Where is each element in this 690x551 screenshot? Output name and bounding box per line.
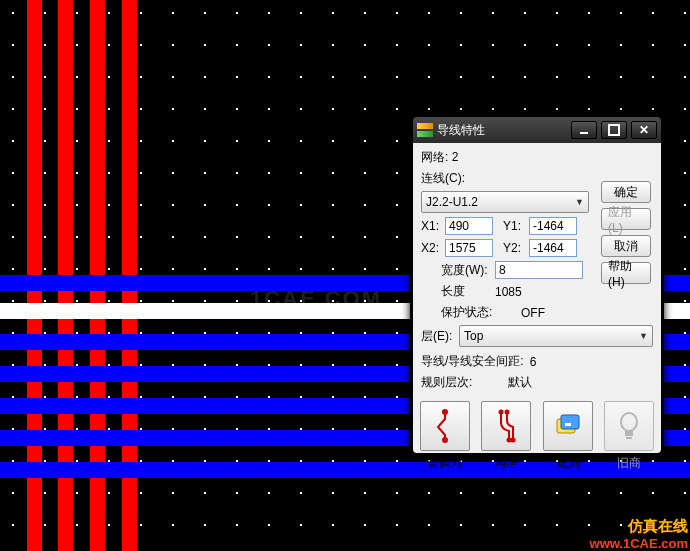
pin-pair-button[interactable] <box>420 401 470 451</box>
watermark-badge-top: 仿真在线 <box>590 517 688 536</box>
net-button[interactable] <box>481 401 531 451</box>
width-input[interactable]: 8 <box>495 261 583 279</box>
layer-value: Top <box>464 329 483 343</box>
show-label: 旧商 <box>617 455 641 472</box>
x2-input[interactable]: 1575 <box>445 239 493 257</box>
pin-pair-icon <box>428 409 462 443</box>
y2-input[interactable]: -1464 <box>529 239 577 257</box>
layer-label: 层(E): <box>421 328 455 345</box>
svg-rect-11 <box>626 437 632 439</box>
lightbulb-icon <box>612 409 646 443</box>
minimize-button[interactable] <box>571 121 597 139</box>
layer-select[interactable]: Top ▼ <box>459 325 653 347</box>
ok-button[interactable]: 确定 <box>601 181 651 203</box>
svg-point-5 <box>511 438 516 443</box>
net-count-label: 网络: 2 <box>421 149 458 166</box>
length-value: 1085 <box>495 285 522 299</box>
rule-level-value: 默认 <box>508 374 532 391</box>
protect-value: OFF <box>521 306 545 320</box>
watermark-badge: 仿真在线 www.1CAE.com <box>590 517 688 551</box>
clearance-label: 导线/导线安全间距: <box>421 353 524 370</box>
rules-label: 规则 <box>556 455 580 472</box>
svg-rect-10 <box>625 431 633 436</box>
connection-label: 连线(C): <box>421 170 465 187</box>
dialog-body: 确定 应用(L) 取消 帮助(H) 网络: 2 连线(C): J2.2-U1.2… <box>413 143 661 453</box>
x1-label: X1: <box>421 219 441 233</box>
y1-input[interactable]: -1464 <box>529 217 577 235</box>
dialog-titlebar[interactable]: 导线特性 ✕ <box>413 117 661 143</box>
maximize-button[interactable] <box>601 121 627 139</box>
pin-pair-label: 管脚对 <box>427 455 463 472</box>
show-button <box>604 401 654 451</box>
connection-value: J2.2-U1.2 <box>426 195 478 209</box>
rules-icon <box>551 409 585 443</box>
dialog-title: 导线特性 <box>437 122 571 139</box>
dropdown-arrow-icon: ▼ <box>575 197 584 207</box>
help-button[interactable]: 帮助(H) <box>601 262 651 284</box>
trace-properties-dialog: 导线特性 ✕ 确定 应用(L) 取消 帮助(H) 网络: 2 连线(C): J2… <box>410 114 664 456</box>
svg-point-3 <box>505 410 510 415</box>
cancel-button[interactable]: 取消 <box>601 235 651 257</box>
net-icon <box>489 409 523 443</box>
dropdown-arrow-icon: ▼ <box>639 331 648 341</box>
rule-icons-row: 管脚对 网络 <box>421 401 653 472</box>
y1-label: Y1: <box>503 219 525 233</box>
pads-icon <box>417 123 433 137</box>
rule-level-label: 规则层次: <box>421 374 472 391</box>
svg-rect-8 <box>565 423 571 426</box>
watermark-text: 1CAE.COM <box>250 286 382 312</box>
pcb-canvas[interactable]: // defer grid drawing until after body s… <box>0 0 690 551</box>
x1-input[interactable]: 490 <box>445 217 493 235</box>
net-label: 网络 <box>494 455 518 472</box>
protect-label: 保护状态: <box>441 304 497 321</box>
clearance-value: 6 <box>530 355 537 369</box>
svg-point-2 <box>499 410 504 415</box>
length-label: 长度 <box>441 283 491 300</box>
connection-select[interactable]: J2.2-U1.2 ▼ <box>421 191 589 213</box>
x2-label: X2: <box>421 241 441 255</box>
svg-point-1 <box>442 437 448 443</box>
close-button[interactable]: ✕ <box>631 121 657 139</box>
apply-button[interactable]: 应用(L) <box>601 208 651 230</box>
svg-rect-7 <box>561 415 579 429</box>
rules-button[interactable] <box>543 401 593 451</box>
width-label: 宽度(W): <box>441 262 491 279</box>
svg-point-0 <box>442 409 448 415</box>
watermark-badge-bottom: www.1CAE.com <box>590 536 688 551</box>
svg-point-9 <box>621 413 637 431</box>
y2-label: Y2: <box>503 241 525 255</box>
